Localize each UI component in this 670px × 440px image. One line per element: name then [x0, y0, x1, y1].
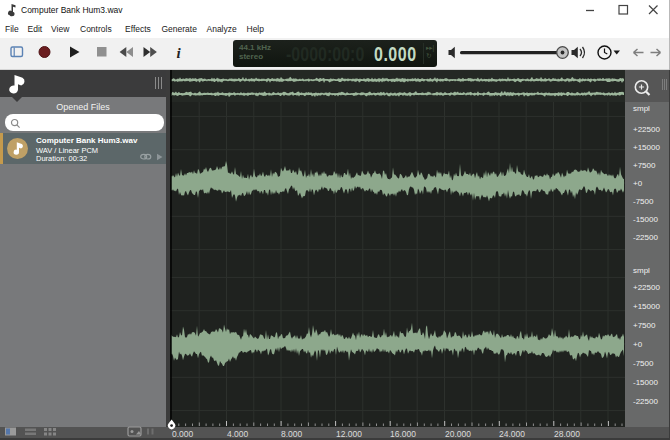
svg-text:i: i	[177, 45, 182, 61]
